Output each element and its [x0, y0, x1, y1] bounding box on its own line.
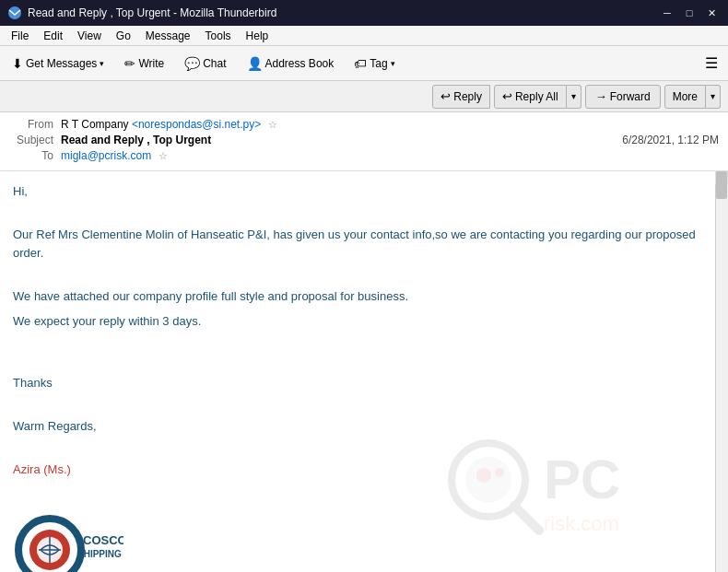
more-button-group: More ▾: [664, 85, 721, 109]
warm-regards: Warm Regards,: [13, 417, 715, 436]
hamburger-menu-button[interactable]: ☰: [699, 51, 724, 76]
write-label: Write: [138, 57, 164, 70]
menu-go[interactable]: Go: [109, 28, 138, 44]
menu-tools[interactable]: Tools: [198, 28, 239, 44]
reply-button[interactable]: ↩ Reply: [432, 85, 490, 109]
get-messages-icon: ⬇: [12, 56, 23, 71]
greeting: Hi,: [13, 182, 715, 201]
app-icon: [7, 6, 22, 20]
to-star-icon[interactable]: ☆: [159, 150, 168, 161]
tag-label: Tag: [370, 57, 387, 70]
minimize-button[interactable]: ─: [658, 5, 676, 21]
to-value: migla@pcrisk.com ☆: [61, 149, 719, 162]
write-button[interactable]: ✏ Write: [116, 50, 172, 77]
tag-dropdown-icon[interactable]: ▾: [391, 59, 395, 68]
email-body-container: Hi, Our Ref Mrs Clementine Molin of Hans…: [0, 171, 728, 572]
forward-icon: →: [595, 89, 607, 103]
from-name: R T Company: [61, 118, 129, 131]
main-content: Hi, Our Ref Mrs Clementine Molin of Hans…: [0, 171, 728, 572]
get-messages-dropdown-icon[interactable]: ▾: [100, 59, 104, 68]
close-button[interactable]: ✕: [702, 5, 721, 21]
to-email: migla@pcrisk.com: [61, 149, 151, 162]
scroll-thumb[interactable]: [716, 171, 727, 199]
svg-text:SHIPPING: SHIPPING: [77, 549, 122, 559]
reply-all-button[interactable]: ↩ Reply All: [494, 85, 567, 109]
more-label: More: [673, 90, 698, 103]
from-label: From: [9, 118, 53, 131]
more-dropdown-button[interactable]: ▾: [706, 85, 721, 109]
signature: Azira (Ms.): [13, 461, 715, 479]
menu-message[interactable]: Message: [138, 28, 198, 44]
window-title: Read and Reply , Top Urgent - Mozilla Th…: [28, 6, 658, 19]
more-button[interactable]: More: [664, 85, 706, 109]
window-controls: ─ □ ✕: [658, 5, 721, 21]
chat-label: Chat: [203, 57, 226, 70]
thanks: Thanks: [13, 374, 715, 392]
menu-help[interactable]: Help: [239, 28, 276, 44]
svg-point-0: [8, 6, 21, 19]
email-headers: From R T Company <norespondas@si.net.py>…: [0, 112, 728, 171]
vertical-scrollbar[interactable]: ▲ ▼: [715, 171, 728, 572]
menu-view[interactable]: View: [70, 28, 109, 44]
menu-file[interactable]: File: [4, 28, 36, 44]
body-line3: We expect your reply within 3 days.: [13, 312, 715, 331]
write-icon: ✏: [124, 56, 135, 71]
tag-icon: 🏷: [354, 56, 367, 71]
title-bar: Read and Reply , Top Urgent - Mozilla Th…: [0, 0, 728, 26]
forward-label: Forward: [610, 90, 651, 103]
subject-value: Read and Reply , Top Urgent: [61, 134, 622, 146]
toolbar: ⬇ Get Messages ▾ ✏ Write 💬 Chat 👤 Addres…: [0, 46, 728, 81]
subject-label: Subject: [9, 134, 53, 146]
maximize-button[interactable]: □: [680, 5, 699, 21]
to-row: To migla@pcrisk.com ☆: [9, 149, 719, 162]
menu-edit[interactable]: Edit: [36, 28, 70, 44]
to-label: To: [9, 149, 53, 162]
reply-label: Reply: [453, 90, 482, 103]
address-book-button[interactable]: 👤 Address Book: [239, 50, 343, 77]
tag-button[interactable]: 🏷 Tag ▾: [346, 50, 403, 77]
subject-row: Subject Read and Reply , Top Urgent 6/28…: [9, 134, 719, 146]
address-book-icon: 👤: [247, 56, 263, 71]
chat-button[interactable]: 💬 Chat: [176, 50, 234, 77]
reply-all-button-group: ↩ Reply All ▾: [494, 85, 581, 109]
toolbar-right: ☰: [699, 51, 724, 76]
body-line2: We have attached our company profile ful…: [13, 287, 715, 306]
reply-all-icon: ↩: [502, 89, 512, 103]
get-messages-button[interactable]: ⬇ Get Messages ▾: [4, 50, 112, 77]
email-body: Hi, Our Ref Mrs Clementine Molin of Hans…: [13, 182, 715, 572]
reply-icon: ↩: [440, 89, 451, 103]
forward-button[interactable]: → Forward: [585, 85, 661, 109]
svg-text:COSCO: COSCO: [83, 533, 123, 547]
body-line1: Our Ref Mrs Clementine Molin of Hanseati…: [13, 226, 715, 262]
menu-bar: File Edit View Go Message Tools Help: [0, 26, 728, 46]
cosco-logo: COSCO SHIPPING: [13, 515, 123, 573]
from-email: <norespondas@si.net.py>: [132, 118, 261, 131]
email-date: 6/28/2021, 1:12 PM: [622, 134, 719, 146]
reply-all-label: Reply All: [515, 90, 558, 103]
from-row: From R T Company <norespondas@si.net.py>…: [9, 118, 719, 131]
reply-all-dropdown-button[interactable]: ▾: [567, 85, 581, 109]
from-value: R T Company <norespondas@si.net.py> ☆: [61, 118, 719, 131]
email-body-wrapper[interactable]: Hi, Our Ref Mrs Clementine Molin of Hans…: [0, 171, 728, 572]
chat-icon: 💬: [184, 56, 200, 71]
get-messages-label: Get Messages: [26, 57, 97, 70]
action-bar: ↩ Reply ↩ Reply All ▾ → Forward More ▾: [0, 81, 728, 112]
from-star-icon[interactable]: ☆: [268, 119, 277, 130]
address-book-label: Address Book: [265, 57, 335, 70]
reply-button-group: ↩ Reply: [432, 85, 490, 109]
